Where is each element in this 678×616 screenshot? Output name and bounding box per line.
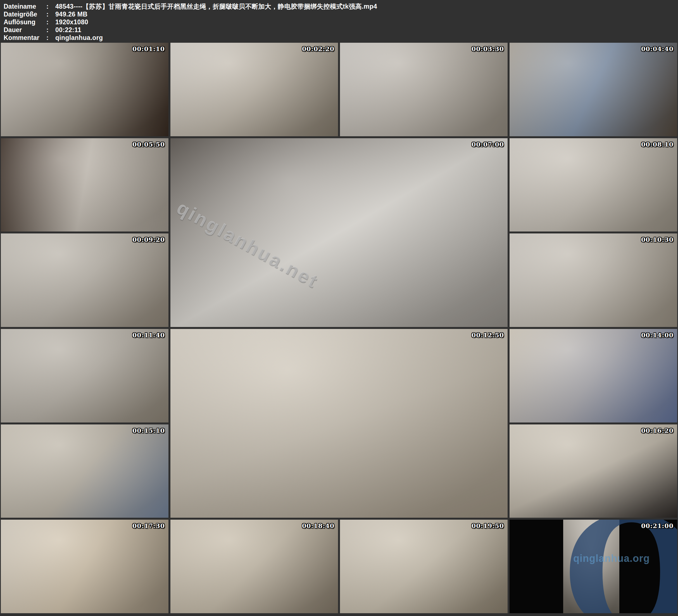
site-watermark: qinglanhua.net <box>173 197 323 292</box>
video-thumbnail: 00:15:10 <box>1 424 168 518</box>
timestamp-overlay: 00:04:40 <box>641 45 674 52</box>
info-label: Auflösung <box>4 18 46 26</box>
video-thumbnail: 00:14:00 <box>510 329 677 422</box>
timestamp-overlay: 00:17:30 <box>133 522 165 530</box>
info-label: Dateigröße <box>4 10 46 18</box>
info-value: 48543----【苏苏】甘雨青花瓷日式后手开档黑丝走绳，折腿啵啵贝不断加大，静… <box>55 2 377 10</box>
video-thumbnail: 00:01:10 <box>1 43 168 136</box>
file-info-row: Dateigröße:949.26 MB <box>4 10 678 18</box>
timestamp-overlay: 00:15:10 <box>133 427 165 434</box>
info-colon: : <box>46 26 55 34</box>
file-info-header: Dateiname:48543----【苏苏】甘雨青花瓷日式后手开档黑丝走绳，折… <box>0 0 678 42</box>
video-thumbnail: 00:17:30 <box>1 519 168 613</box>
info-label: Dauer <box>4 26 46 34</box>
file-info-row: Dauer:00:22:11 <box>4 26 678 34</box>
info-value: qinglanhua.org <box>55 34 103 42</box>
info-label: Kommentar <box>4 34 46 42</box>
timestamp-overlay: 00:01:10 <box>133 45 165 52</box>
timestamp-overlay: 00:10:30 <box>641 236 674 243</box>
video-thumbnail: 00:16:20 <box>510 424 677 518</box>
info-colon: : <box>46 34 55 42</box>
info-colon: : <box>46 2 55 10</box>
timestamp-overlay: 00:03:30 <box>472 45 504 52</box>
timestamp-overlay: 00:05:50 <box>133 141 165 148</box>
timestamp-overlay: 00:11:40 <box>133 332 165 339</box>
timestamp-overlay: 00:14:00 <box>641 332 674 339</box>
timestamp-overlay: 00:19:50 <box>472 522 504 530</box>
info-colon: : <box>46 18 55 26</box>
video-thumbnail: 00:03:30 <box>340 43 507 136</box>
video-thumbnail: 00:12:50 <box>171 329 507 518</box>
video-thumbnail: 00:18:40 <box>171 519 338 613</box>
video-thumbnail: 00:04:40 <box>510 43 677 136</box>
timestamp-overlay: 00:02:20 <box>302 45 334 52</box>
thumbnail-contact-sheet: 00:01:1000:02:2000:03:3000:04:4000:05:50… <box>0 42 678 616</box>
video-thumbnail: 00:11:40 <box>1 329 168 422</box>
video-thumbnail: qinglanhua.net00:07:00 <box>171 138 507 327</box>
file-info-row: Auflösung:1920x1080 <box>4 18 678 26</box>
video-thumbnail: Qqinglanhua.org00:21:00 <box>510 519 677 613</box>
file-info-row: Kommentar:qinglanhua.org <box>4 34 678 42</box>
video-thumbnail: 00:19:50 <box>340 519 507 613</box>
timestamp-overlay: 00:08:10 <box>641 141 674 148</box>
info-value: 1920x1080 <box>55 18 88 26</box>
timestamp-overlay: 00:09:20 <box>133 236 165 243</box>
info-colon: : <box>46 10 55 18</box>
video-thumbnail: 00:10:30 <box>510 233 677 327</box>
video-thumbnail: 00:02:20 <box>171 43 338 136</box>
video-thumbnail: 00:05:50 <box>1 138 168 232</box>
q-logo-watermark: Q <box>563 519 677 613</box>
info-value: 949.26 MB <box>55 10 87 18</box>
timestamp-overlay: 00:18:40 <box>302 522 334 530</box>
video-thumbnail: 00:09:20 <box>1 233 168 327</box>
info-label: Dateiname <box>4 2 46 10</box>
file-info-rows: Dateiname:48543----【苏苏】甘雨青花瓷日式后手开档黑丝走绳，折… <box>4 2 678 42</box>
video-thumbnail: 00:08:10 <box>510 138 677 232</box>
site-watermark: qinglanhua.org <box>573 552 650 564</box>
info-value: 00:22:11 <box>55 26 81 34</box>
file-info-row: Dateiname:48543----【苏苏】甘雨青花瓷日式后手开档黑丝走绳，折… <box>4 2 678 10</box>
timestamp-overlay: 00:16:20 <box>641 427 674 434</box>
timestamp-overlay: 00:12:50 <box>472 332 504 339</box>
timestamp-overlay: 00:21:00 <box>641 522 674 530</box>
timestamp-overlay: 00:07:00 <box>472 141 504 148</box>
